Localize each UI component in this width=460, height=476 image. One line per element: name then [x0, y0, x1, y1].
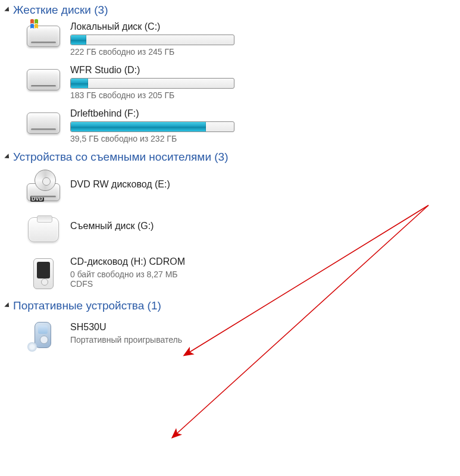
drive-item[interactable]: Drleftbehind (F:) 39,5 ГБ свободно из 23…	[0, 104, 460, 147]
drive-body: WFR Studio (D:) 183 ГБ свободно из 205 Г…	[70, 64, 234, 100]
drive-free-text: 0 байт свободно из 8,27 МБ	[70, 270, 185, 279]
drive-subtype: Портативный проигрыватель	[70, 335, 182, 345]
dvd-drive-icon: DVD	[25, 167, 62, 204]
drive-free-text: 183 ГБ свободно из 205 ГБ	[70, 90, 234, 100]
section-title: Портативные устройства (1)	[13, 299, 161, 312]
section-hard-drives: Жесткие диски (3) Локальный диск (C:) 22…	[0, 4, 460, 147]
section-header-removable[interactable]: Устройства со съемными носителями (3)	[0, 151, 460, 164]
section-header-portable[interactable]: Портативные устройства (1)	[0, 299, 460, 312]
dvd-badge: DVD	[30, 196, 44, 202]
drive-item[interactable]: CD-дисковод (H:) CDROM 0 байт свободно и…	[0, 252, 460, 296]
drive-item[interactable]: WFR Studio (D:) 183 ГБ свободно из 205 Г…	[0, 60, 460, 104]
drive-name: WFR Studio (D:)	[70, 65, 234, 76]
drive-body: SH530U Портативный проигрыватель	[70, 316, 182, 345]
section-portable: Портативные устройства (1) SH530U Портат…	[0, 299, 460, 356]
drive-body: Локальный диск (C:) 222 ГБ свободно из 2…	[70, 20, 234, 57]
drive-body: Drleftbehind (F:) 39,5 ГБ свободно из 23…	[70, 107, 234, 143]
usage-bar	[70, 78, 234, 89]
drive-item[interactable]: SH530U Портативный проигрыватель	[0, 312, 460, 356]
media-player-device-icon	[25, 255, 62, 292]
collapse-triangle-icon	[4, 154, 11, 160]
windows-flag-icon	[30, 18, 45, 31]
drive-name: Локальный диск (C:)	[70, 21, 234, 32]
section-header-hard-drives[interactable]: Жесткие диски (3)	[0, 4, 460, 17]
hard-drive-icon	[25, 107, 62, 139]
collapse-triangle-icon	[4, 302, 11, 309]
hard-drive-icon	[25, 64, 62, 96]
hard-drive-c-icon	[25, 20, 62, 52]
portable-player-icon	[25, 316, 62, 353]
drive-free-text: 39,5 ГБ свободно из 232 ГБ	[70, 134, 234, 143]
usage-bar	[70, 121, 234, 132]
drive-item[interactable]: Локальный диск (C:) 222 ГБ свободно из 2…	[0, 17, 460, 60]
usage-bar	[70, 35, 234, 45]
drive-filesystem: CDFS	[70, 279, 185, 289]
drive-name: Съемный диск (G:)	[70, 221, 154, 231]
section-title: Устройства со съемными носителями (3)	[13, 151, 229, 164]
drive-item[interactable]: Съемный диск (G:)	[0, 208, 460, 252]
removable-disk-icon	[25, 211, 62, 248]
drive-name: Drleftbehind (F:)	[70, 108, 234, 119]
drive-item[interactable]: DVD DVD RW дисковод (E:)	[0, 164, 460, 208]
drive-name: CD-дисковод (H:) CDROM	[70, 256, 185, 267]
drive-body: CD-дисковод (H:) CDROM 0 байт свободно и…	[70, 255, 185, 289]
section-removable: Устройства со съемными носителями (3) DV…	[0, 151, 460, 296]
drive-free-text: 222 ГБ свободно из 245 ГБ	[70, 47, 234, 57]
drive-body: DVD RW дисковод (E:)	[70, 167, 170, 192]
drive-name: SH530U	[70, 322, 182, 333]
drive-name: DVD RW дисковод (E:)	[70, 179, 170, 190]
drive-body: Съемный диск (G:)	[70, 211, 154, 234]
collapse-triangle-icon	[4, 7, 11, 13]
section-title: Жесткие диски (3)	[13, 4, 108, 17]
